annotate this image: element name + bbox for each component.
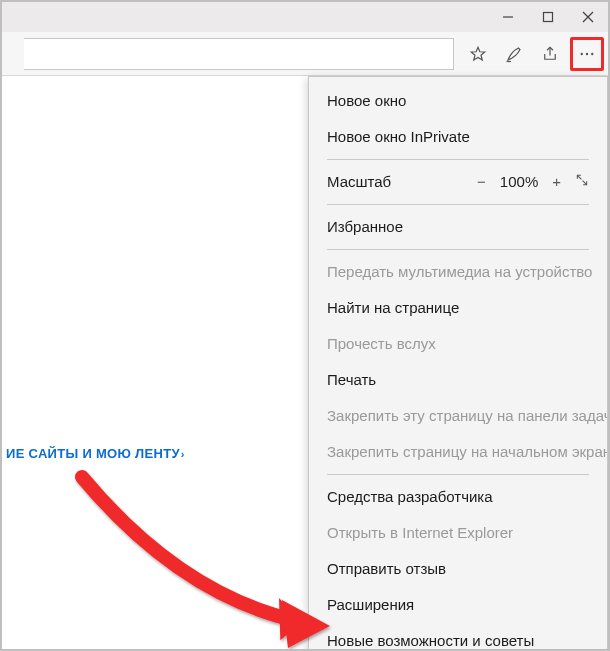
menu-new-window[interactable]: Новое окно [309,83,607,119]
menu-open-ie: Открыть в Internet Explorer [309,515,607,551]
menu-separator [327,204,589,205]
fullscreen-button[interactable] [575,164,589,200]
menu-pin-taskbar: Закрепить эту страницу на панели задач [309,398,607,434]
menu-feedback[interactable]: Отправить отзыв [309,551,607,587]
share-button[interactable] [532,36,568,72]
zoom-value: 100% [500,164,538,200]
chevron-right-icon: › [181,448,185,460]
more-button[interactable] [570,37,604,71]
menu-pin-start: Закрепить страницу на начальном экране [309,434,607,470]
svg-point-8 [591,52,593,54]
menu-print[interactable]: Печать [309,362,607,398]
minimize-icon [502,11,514,23]
maximize-icon [542,11,554,23]
maximize-button[interactable] [528,2,568,32]
menu-separator [327,474,589,475]
menu-separator [327,249,589,250]
notes-button[interactable] [496,36,532,72]
window-titlebar [2,2,608,32]
svg-marker-4 [471,47,485,60]
menu-favorites[interactable]: Избранное [309,209,607,245]
close-button[interactable] [568,2,608,32]
menu-zoom: Масштаб − 100% + [309,164,607,200]
show-feed-link-label: ИЕ САЙТЫ И МОЮ ЛЕНТУ [6,446,180,461]
menu-extensions[interactable]: Расширения [309,587,607,623]
menu-find[interactable]: Найти на странице [309,290,607,326]
fullscreen-icon [575,173,589,187]
address-bar[interactable] [24,38,454,70]
menu-separator [327,159,589,160]
show-feed-link[interactable]: ИЕ САЙТЫ И МОЮ ЛЕНТУ› [2,444,189,463]
favorites-button[interactable] [460,36,496,72]
share-icon [541,45,559,63]
menu-whatsnew[interactable]: Новые возможности и советы [309,623,607,651]
star-icon [469,45,487,63]
close-icon [582,11,594,23]
zoom-label: Масштаб [327,164,391,200]
pen-icon [505,45,523,63]
svg-rect-1 [544,13,553,22]
browser-window: ИЕ САЙТЫ И МОЮ ЛЕНТУ› Новое окно Новое о… [0,0,610,651]
browser-toolbar [2,32,608,76]
menu-new-inprivate[interactable]: Новое окно InPrivate [309,119,607,155]
svg-point-7 [586,52,588,54]
menu-devtools[interactable]: Средства разработчика [309,479,607,515]
more-icon [578,45,596,63]
menu-read-aloud: Прочесть вслух [309,326,607,362]
svg-point-6 [581,52,583,54]
menu-cast: Передать мультимедиа на устройство [309,254,607,290]
more-menu: Новое окно Новое окно InPrivate Масштаб … [308,76,608,651]
zoom-out-button[interactable]: − [477,164,486,200]
minimize-button[interactable] [488,2,528,32]
zoom-in-button[interactable]: + [552,164,561,200]
